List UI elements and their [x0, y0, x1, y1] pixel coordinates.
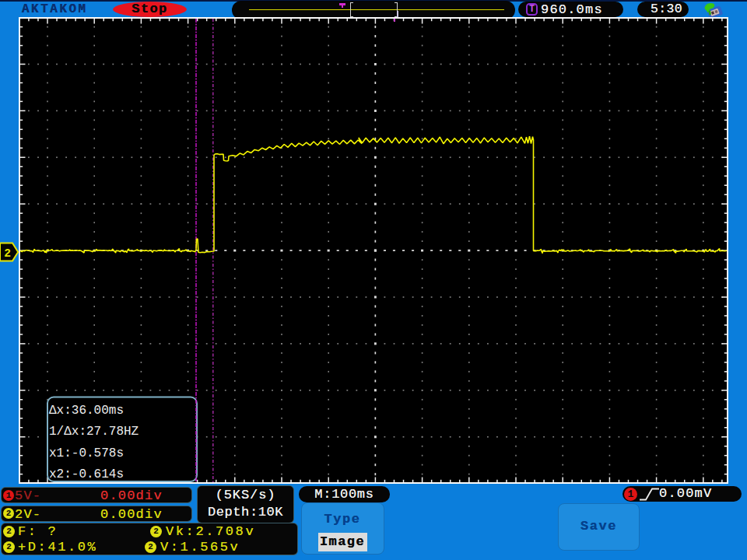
svg-text:1/∆x:27.78HZ: 1/∆x:27.78HZ — [49, 425, 139, 439]
svg-text:2: 2 — [4, 247, 11, 260]
svg-text:x2:-0.614s: x2:-0.614s — [49, 467, 124, 481]
svg-text:x1:-0.578s: x1:-0.578s — [49, 446, 124, 460]
svg-text:∆x:36.00ms: ∆x:36.00ms — [49, 404, 124, 418]
